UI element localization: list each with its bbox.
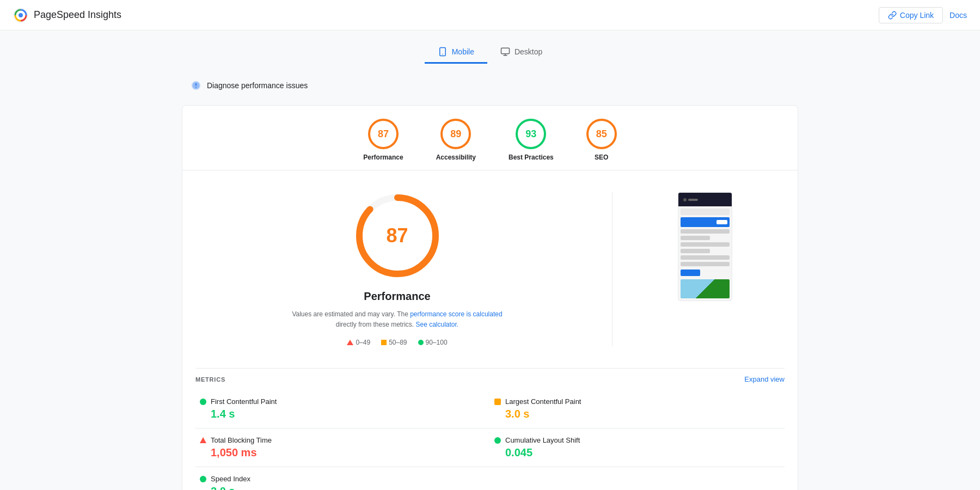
header: PageSpeed Insights Copy Link Docs [0,0,980,30]
score-card: 87 Performance 89 Accessibility 93 Best … [182,105,798,490]
seo-circle: 85 [586,119,617,149]
performance-right [645,192,765,301]
performance-label: Performance [363,154,403,161]
category-scores: 87 Performance 89 Accessibility 93 Best … [182,106,798,170]
main-content: Mobile Desktop Diagnose performance issu… [169,30,811,490]
performance-score: 87 [378,128,389,140]
category-seo[interactable]: 85 SEO [586,119,617,161]
desc-post: directly from these metrics. [336,321,416,328]
accessibility-label: Accessibility [436,154,476,161]
lcp-indicator [494,399,501,405]
svg-rect-12 [688,199,698,201]
lcp-value: 3.0 s [494,408,780,420]
screenshot-cta [681,217,730,227]
si-value: 2.0 s [200,485,486,490]
metric-lcp: Largest Contentful Paint 3.0 s [490,390,785,428]
app-title: PageSpeed Insights [34,9,121,21]
metric-si: Speed Index 2.0 s [195,467,490,490]
fcp-indicator [200,399,206,405]
best-practices-score: 93 [525,128,536,140]
screenshot-btn-2 [681,270,700,276]
screenshot-text-5 [681,255,730,260]
best-practices-label: Best Practices [509,154,554,161]
tab-mobile[interactable]: Mobile [425,41,487,64]
legend-average-range: 50–89 [389,339,407,346]
expand-view-button[interactable]: Expand view [744,375,785,383]
svg-point-11 [683,198,687,201]
tab-mobile-label: Mobile [452,47,474,56]
screenshot-image [681,279,730,298]
cls-value: 0.045 [494,446,780,459]
diagnose-text: Diagnose performance issues [207,81,308,90]
legend-average: 50–89 [381,339,407,346]
pagespeed-logo [13,8,28,23]
seo-label: SEO [595,154,608,161]
legend-average-icon [381,340,387,345]
accessibility-score: 89 [450,128,461,140]
legend-pass-icon [418,340,424,345]
diagnose-banner: Diagnose performance issues [182,75,798,96]
tab-bar: Mobile Desktop [182,41,798,64]
accessibility-circle: 89 [440,119,471,149]
screenshot-content [678,206,732,301]
tab-desktop[interactable]: Desktop [487,41,555,64]
metrics-section: METRICS Expand view First Contentful Pai… [182,368,798,490]
docs-link[interactable]: Docs [950,11,967,20]
cls-name: Cumulative Layout Shift [505,436,580,444]
performance-title: Performance [364,290,430,303]
category-accessibility[interactable]: 89 Accessibility [436,119,476,161]
tbt-name-row: Total Blocking Time [200,436,486,444]
screenshot-nav [681,209,730,215]
copy-link-button[interactable]: Copy Link [879,7,943,23]
mobile-icon [438,47,448,57]
tbt-value: 1,050 ms [200,446,486,459]
logo-area: PageSpeed Insights [13,8,121,23]
metric-fcp: First Contentful Paint 1.4 s [195,390,490,428]
perf-score-link[interactable]: performance score is calculated [410,310,502,318]
large-score-circle: 87 [354,192,441,279]
legend-pass: 90–100 [418,339,448,346]
fcp-name-row: First Contentful Paint [200,397,486,406]
score-legend: 0–49 50–89 90–100 [347,339,447,346]
desc-pre: Values are estimated and may vary. The [292,310,410,318]
category-performance[interactable]: 87 Performance [363,119,403,161]
si-indicator [200,476,206,482]
fcp-name: First Contentful Paint [211,397,277,406]
legend-pass-range: 90–100 [426,339,448,346]
category-best-practices[interactable]: 93 Best Practices [509,119,554,161]
si-name-row: Speed Index [200,475,486,483]
legend-fail: 0–49 [347,339,370,346]
link-icon [888,11,897,20]
cls-name-row: Cumulative Layout Shift [494,436,780,444]
metrics-header: METRICS Expand view [195,368,785,390]
metrics-grid: First Contentful Paint 1.4 s Largest Con… [195,390,785,490]
lcp-name-row: Largest Contentful Paint [494,397,780,406]
seo-score: 85 [596,128,607,140]
performance-circle: 87 [368,119,399,149]
desktop-icon [500,47,510,57]
performance-detail: 87 Performance Values are estimated and … [182,170,798,368]
site-screenshot [678,192,732,301]
legend-fail-icon [347,340,353,345]
screenshot-text-1 [681,229,730,234]
cls-indicator [494,437,501,444]
calculator-link[interactable]: See calculator. [415,321,458,328]
tbt-indicator [200,437,206,443]
screenshot-text-6 [681,262,730,266]
best-practices-circle: 93 [516,119,546,149]
screenshot-text-4 [681,249,710,253]
lcp-name: Largest Contentful Paint [505,397,581,406]
screenshot-text-3 [681,242,730,247]
perf-divider [612,192,612,346]
screenshot-text-2 [681,236,710,240]
screenshot-topbar [678,193,732,206]
metrics-label: METRICS [195,376,225,383]
svg-point-1 [19,13,23,17]
large-score-value: 87 [386,224,408,247]
header-actions: Copy Link Docs [879,7,967,23]
metric-tbt: Total Blocking Time 1,050 ms [195,428,490,467]
tbt-name: Total Blocking Time [211,436,272,444]
performance-description: Values are estimated and may vary. The p… [289,309,506,330]
browser-controls-icon [682,197,698,203]
si-name: Speed Index [211,475,250,483]
